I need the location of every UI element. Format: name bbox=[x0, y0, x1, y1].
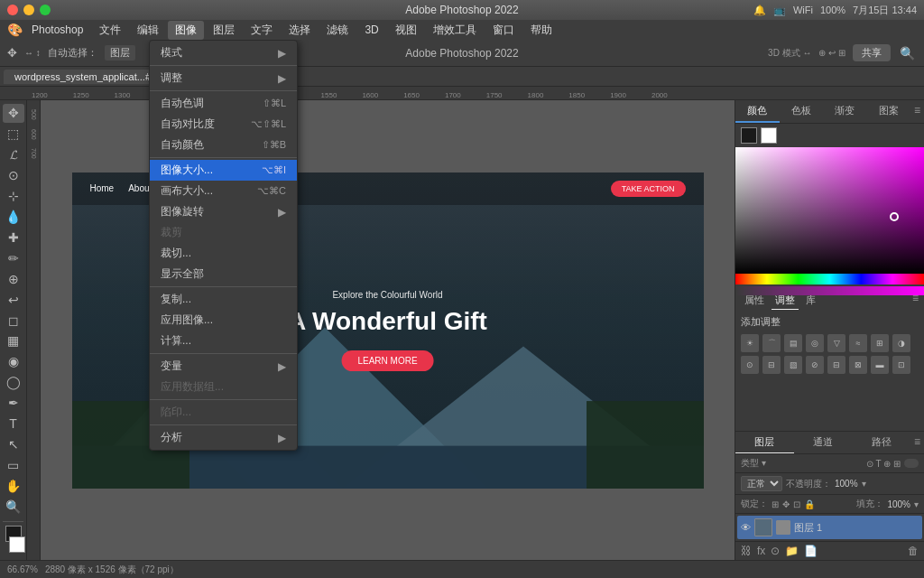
menu-text[interactable]: 文字 bbox=[244, 21, 280, 40]
layer-effects-icon[interactable]: fx bbox=[757, 545, 765, 557]
share-button[interactable]: 共享 bbox=[853, 44, 891, 61]
adj-vibrance[interactable]: ▽ bbox=[827, 334, 845, 352]
lock-pixels-icon[interactable]: ⊞ bbox=[772, 499, 779, 509]
eye-icon[interactable]: 👁 bbox=[741, 522, 751, 533]
fill-value[interactable]: 100% bbox=[887, 499, 910, 509]
menu-item-mode[interactable]: 模式 ▶ bbox=[150, 42, 297, 63]
adj-brightness[interactable]: ☀ bbox=[741, 334, 759, 352]
tab-swatches[interactable]: 色板 bbox=[780, 100, 824, 123]
menu-item-auto-contrast[interactable]: 自动对比度 ⌥⇧⌘L bbox=[150, 114, 297, 135]
adj-curves[interactable]: ⌒ bbox=[762, 334, 781, 352]
eraser-tool[interactable]: ◻ bbox=[3, 311, 24, 330]
lock-position-icon[interactable]: ✥ bbox=[782, 499, 790, 509]
layers-options-icon[interactable]: ≡ bbox=[910, 432, 924, 453]
menu-item-calculations[interactable]: 计算... bbox=[150, 331, 297, 351]
background-color[interactable] bbox=[9, 536, 25, 553]
blend-mode-select[interactable]: 正常 bbox=[741, 476, 782, 491]
menu-help[interactable]: 帮助 bbox=[523, 21, 559, 40]
color-saturation-field[interactable] bbox=[735, 147, 924, 274]
eyedropper-tool[interactable]: 💧 bbox=[3, 208, 24, 227]
clone-tool[interactable]: ⊕ bbox=[3, 269, 24, 288]
tab-paths[interactable]: 路径 bbox=[852, 432, 910, 453]
opacity-value[interactable]: 100% bbox=[835, 479, 858, 489]
bg-color-swatch[interactable] bbox=[761, 127, 777, 144]
move-tool[interactable]: ✥ bbox=[3, 104, 24, 123]
menu-item-auto-color[interactable]: 自动颜色 ⇧⌘B bbox=[150, 135, 297, 155]
adj-threshold[interactable]: ⊠ bbox=[849, 356, 867, 374]
menu-item-auto-tone[interactable]: 自动色调 ⇧⌘L bbox=[150, 93, 297, 114]
adj-photo-filter[interactable]: ⊙ bbox=[741, 356, 759, 374]
adj-levels[interactable]: ▤ bbox=[784, 334, 802, 352]
adj-color-balance[interactable]: ⊞ bbox=[871, 334, 889, 352]
history-brush[interactable]: ↩ bbox=[3, 290, 24, 309]
quick-select-tool[interactable]: ⊙ bbox=[3, 166, 24, 185]
layer-row[interactable]: 👁 图层 1 bbox=[737, 516, 922, 539]
new-layer-icon[interactable]: 📄 bbox=[804, 545, 818, 557]
dodge-tool[interactable]: ◯ bbox=[3, 373, 24, 392]
new-group-icon[interactable]: 📁 bbox=[785, 545, 799, 557]
close-button[interactable] bbox=[7, 5, 18, 15]
marquee-tool[interactable]: ⬚ bbox=[3, 125, 24, 144]
opacity-dropdown-icon[interactable]: ▾ bbox=[862, 479, 866, 489]
tab-gradients[interactable]: 渐变 bbox=[823, 100, 867, 123]
shape-tool[interactable]: ▭ bbox=[3, 455, 24, 474]
zoom-tool[interactable]: 🔍 bbox=[3, 497, 24, 516]
menu-item-trim[interactable]: 裁切... bbox=[150, 243, 297, 264]
menu-select[interactable]: 选择 bbox=[282, 21, 318, 40]
minimize-button[interactable] bbox=[23, 5, 34, 15]
menu-item-adjust[interactable]: 调整 ▶ bbox=[150, 68, 297, 89]
lock-all-icon[interactable]: 🔒 bbox=[804, 499, 815, 509]
image-menu[interactable]: 模式 ▶ 调整 ▶ 自动色调 ⇧⌘L 自动对比度 ⌥⇧⌘L 自动颜色 ⇧⌘B bbox=[149, 40, 298, 451]
lock-artboard-icon[interactable]: ⊡ bbox=[793, 499, 800, 509]
menu-view[interactable]: 视图 bbox=[388, 21, 424, 40]
adj-selective-color[interactable]: ⊡ bbox=[892, 356, 910, 374]
adj-exposure[interactable]: ◎ bbox=[806, 334, 824, 352]
gradient-tool[interactable]: ▦ bbox=[3, 331, 24, 350]
tab-layers[interactable]: 图层 bbox=[735, 432, 794, 453]
fg-color-swatch[interactable] bbox=[741, 127, 757, 144]
blur-tool[interactable]: ◉ bbox=[3, 352, 24, 371]
search-button[interactable]: 🔍 bbox=[898, 44, 917, 62]
color-picker-cursor[interactable] bbox=[890, 212, 899, 221]
adj-gradient-map[interactable]: ▬ bbox=[871, 356, 889, 374]
menu-app[interactable]: Photoshop bbox=[24, 22, 90, 38]
adj-invert[interactable]: ⊘ bbox=[806, 356, 824, 374]
tab-color[interactable]: 颜色 bbox=[735, 100, 780, 123]
menu-item-reveal-all[interactable]: 显示全部 bbox=[150, 264, 297, 284]
menu-file[interactable]: 文件 bbox=[92, 21, 128, 40]
brush-tool[interactable]: ✏ bbox=[3, 248, 24, 267]
menu-item-apply-image[interactable]: 应用图像... bbox=[150, 310, 297, 331]
pen-tool[interactable]: ✒ bbox=[3, 394, 24, 413]
menu-layer[interactable]: 图层 bbox=[206, 21, 242, 40]
hue-slider[interactable] bbox=[735, 274, 924, 284]
add-mask-icon[interactable]: ⊙ bbox=[771, 545, 780, 557]
menu-plugins[interactable]: 增效工具 bbox=[426, 21, 484, 40]
add-link-icon[interactable]: ⛓ bbox=[741, 545, 752, 557]
layer-name[interactable]: 图层 1 bbox=[794, 521, 822, 535]
adj-color-lookup[interactable]: ▧ bbox=[784, 356, 802, 374]
filter-toggle[interactable] bbox=[904, 459, 919, 468]
crop-tool[interactable]: ⊹ bbox=[3, 187, 24, 206]
menu-image[interactable]: 图像 bbox=[168, 21, 204, 40]
alpha-slider[interactable] bbox=[735, 286, 924, 295]
delete-layer-icon[interactable]: 🗑 bbox=[908, 545, 919, 557]
menu-3d[interactable]: 3D bbox=[357, 22, 385, 38]
layer-select-label[interactable]: 图层 bbox=[105, 45, 135, 61]
hand-tool[interactable]: ✋ bbox=[3, 476, 24, 495]
menu-item-analysis[interactable]: 分析 ▶ bbox=[150, 427, 297, 448]
menu-item-canvas-size[interactable]: 画布大小... ⌥⌘C bbox=[150, 181, 297, 201]
menu-item-duplicate[interactable]: 复制... bbox=[150, 289, 297, 310]
site-cta-button[interactable]: TAKE ACTION bbox=[611, 181, 686, 197]
menu-item-variables[interactable]: 变量 ▶ bbox=[150, 356, 297, 377]
color-picker[interactable] bbox=[735, 124, 924, 286]
active-tab[interactable]: wordpress_system_applicat...#) bbox=[4, 70, 165, 84]
move-tool-icon[interactable]: ✥ bbox=[7, 46, 17, 60]
adj-channel-mixer[interactable]: ⊟ bbox=[762, 356, 781, 374]
panel-options-icon[interactable]: ≡ bbox=[910, 100, 924, 123]
menu-window[interactable]: 窗口 bbox=[485, 21, 522, 40]
menu-item-image-size[interactable]: 图像大小... ⌥⌘I bbox=[150, 160, 297, 181]
nav-home[interactable]: Home bbox=[90, 183, 115, 193]
learn-more-button[interactable]: LEARN MORE bbox=[341, 350, 433, 371]
fullscreen-button[interactable] bbox=[40, 5, 51, 15]
text-tool[interactable]: T bbox=[3, 415, 24, 434]
